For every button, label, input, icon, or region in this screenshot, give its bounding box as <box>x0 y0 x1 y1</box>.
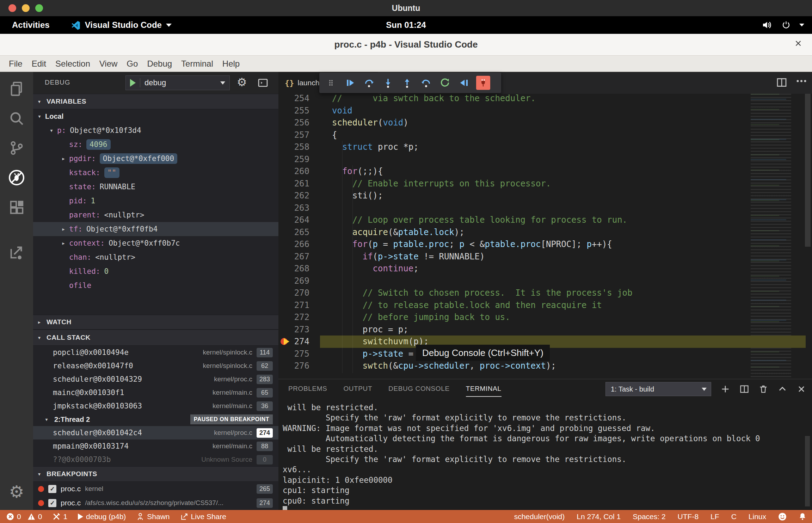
disconnect-button[interactable] <box>475 74 491 91</box>
panel-tab-output[interactable]: OUTPUT <box>343 385 372 393</box>
close-window-button[interactable] <box>8 4 16 12</box>
extensions-icon[interactable] <box>0 192 33 222</box>
panel-tab-debug-console[interactable]: DEBUG CONSOLE <box>388 385 450 393</box>
code-line[interactable]: 265 acquire(&ptable.lock); <box>278 226 812 239</box>
code-line[interactable]: 268 continue; <box>278 263 812 275</box>
step-back-button[interactable] <box>418 74 434 91</box>
watch-section-header[interactable]: ▸ WATCH <box>33 315 278 330</box>
maximize-panel-chevron-icon[interactable] <box>777 384 787 394</box>
drag-handle-icon[interactable] <box>323 74 339 91</box>
variable-row[interactable]: chan:<nullptr> <box>33 250 278 264</box>
status-item[interactable]: C <box>731 512 737 521</box>
liveshare-user[interactable]: Shawn <box>136 512 170 521</box>
variable-row[interactable]: ofile <box>33 278 278 293</box>
variable-row[interactable]: parent:<nullptr> <box>33 208 278 222</box>
panel-tab-terminal[interactable]: TERMINAL <box>466 385 502 393</box>
breakpoint-item[interactable]: ✓proc.c/afs/cs.wisc.edu/u/s/z/szhong/pri… <box>33 496 278 510</box>
debug-status[interactable]: debug (p4b) <box>78 512 126 521</box>
editor-scrollbar[interactable] <box>805 94 811 247</box>
debug-icon[interactable] <box>0 163 33 192</box>
thread-row[interactable]: ▾2:Thread 2PAUSED ON BREAKPOINT <box>33 413 278 426</box>
minimize-window-button[interactable] <box>22 4 30 12</box>
status-item[interactable]: Linux <box>749 512 766 521</box>
code-line[interactable]: 272 // before jumping back to us. <box>278 311 812 324</box>
start-debug-icon[interactable] <box>130 79 136 87</box>
stack-frame[interactable]: ??@0x0000703bUnknown Source0 <box>33 453 278 466</box>
code-line[interactable]: 262 sti(); <box>278 190 812 202</box>
variable-row[interactable]: ▸context:Object@*0xff0b7c <box>33 236 278 250</box>
variable-row[interactable]: pid:1 <box>33 194 278 208</box>
terminal-dropdown[interactable]: 1: Task - build <box>605 382 711 396</box>
step-over-button[interactable] <box>361 74 377 91</box>
breakpoint-checkbox[interactable]: ✓ <box>48 485 56 493</box>
variable-row[interactable]: kstack:"" <box>33 166 278 180</box>
zoom-window-button[interactable] <box>35 4 43 12</box>
stack-frame[interactable]: popcli@0x0010494ekernel/spinlock.c114 <box>33 346 278 359</box>
code-line[interactable]: 257{ <box>278 129 812 141</box>
variable-row[interactable]: killed:0 <box>33 264 278 278</box>
close-panel-icon[interactable] <box>796 384 806 394</box>
problems-status[interactable]: 0 0 <box>6 512 42 521</box>
stack-frame[interactable]: mainc@0x001030f1kernel/main.c65 <box>33 386 278 399</box>
variable-row[interactable]: ▸tf:Object@*0xff0fb4 <box>33 222 278 236</box>
restart-button[interactable] <box>437 74 453 91</box>
new-terminal-icon[interactable] <box>720 384 730 394</box>
configure-gear-icon[interactable]: ⚙ <box>237 75 247 89</box>
code-line[interactable]: 276 swtch(&cpu->scheduler, proc->context… <box>278 360 812 372</box>
variables-section-header[interactable]: ▾ VARIABLES <box>33 94 278 109</box>
variable-row[interactable]: ▾Local <box>33 109 278 123</box>
terminal-output[interactable]: will be restricted. Specify the 'raw' fo… <box>283 402 804 510</box>
live-share-icon[interactable] <box>0 238 33 268</box>
code-line[interactable]: 263 <box>278 202 812 214</box>
menu-terminal[interactable]: Terminal <box>177 59 218 69</box>
breakpoints-section-header[interactable]: ▾ BREAKPOINTS <box>33 466 278 482</box>
code-line[interactable]: 264 // Loop over process table looking f… <box>278 214 812 226</box>
menu-selection[interactable]: Selection <box>51 59 95 69</box>
breakpoint-checkbox[interactable]: ✓ <box>48 499 56 507</box>
code-line[interactable]: 260 for(;;){ <box>278 165 812 178</box>
code-line[interactable]: 271 // to release ptable.lock and then r… <box>278 299 812 312</box>
status-item[interactable]: Spaces: 2 <box>633 512 665 521</box>
debug-config-dropdown[interactable]: debug <box>125 75 230 90</box>
open-debug-console-icon[interactable] <box>257 77 269 88</box>
tasks-status[interactable]: 1 <box>53 512 67 521</box>
menu-edit[interactable]: Edit <box>27 59 51 69</box>
menu-debug[interactable]: Debug <box>142 59 177 69</box>
variable-row[interactable]: ▾p:Object@*0x10f3d4 <box>33 123 278 137</box>
menu-help[interactable]: Help <box>218 59 244 69</box>
breakpoint-item[interactable]: ✓proc.ckernel265 <box>33 482 278 496</box>
stack-frame[interactable]: scheduler@0x00104329kernel/proc.c283 <box>33 373 278 386</box>
panel-scrollbar[interactable] <box>805 436 810 506</box>
menu-view[interactable]: View <box>95 59 122 69</box>
code-line[interactable]: 261 // Enable interrupts on this process… <box>278 178 812 190</box>
stack-frame[interactable]: jmpkstack@0x00103063kernel/main.c36 <box>33 399 278 413</box>
stack-frame[interactable]: scheduler@0x001042c4kernel/proc.c274 <box>33 426 278 439</box>
stack-frame[interactable]: mpmain@0x00103174kernel/main.c88 <box>33 439 278 453</box>
code-line[interactable]: 269 <box>278 275 812 287</box>
stack-frame[interactable]: release@0x001047f0kernel/spinlock.c62 <box>33 359 278 373</box>
split-terminal-icon[interactable] <box>739 384 749 394</box>
code-line[interactable]: 254// via swtch back to the scheduler. <box>278 94 812 105</box>
step-out-button[interactable] <box>399 74 415 91</box>
code-line[interactable]: 266 for(p = ptable.proc; p < &ptable.pro… <box>278 238 812 251</box>
status-item[interactable]: LF <box>710 512 719 521</box>
code-line[interactable]: 259 <box>278 153 812 166</box>
status-item[interactable]: UTF-8 <box>678 512 699 521</box>
source-control-icon[interactable] <box>0 133 33 163</box>
status-item[interactable]: scheduler(void) <box>514 512 565 521</box>
split-editor-icon[interactable] <box>776 77 787 88</box>
more-actions-icon[interactable] <box>795 75 808 87</box>
search-icon[interactable] <box>0 104 33 133</box>
code-line[interactable]: 273 proc = p; <box>278 324 812 336</box>
explorer-icon[interactable] <box>0 74 33 104</box>
code-line[interactable]: 270 // Switch to chosen process. It is t… <box>278 287 812 299</box>
step-into-button[interactable] <box>380 74 396 91</box>
variable-row[interactable]: ▸pgdir:Object@*0xfef000 <box>33 152 278 166</box>
status-item[interactable]: Ln 274, Col 1 <box>577 512 621 521</box>
menu-go[interactable]: Go <box>122 59 142 69</box>
notifications-bell-icon[interactable] <box>799 512 806 521</box>
close-icon[interactable] <box>794 39 803 48</box>
panel-tab-problems[interactable]: PROBLEMS <box>288 385 327 393</box>
reverse-continue-button[interactable] <box>456 74 472 91</box>
code-line[interactable]: 267 if(p->state != RUNNABLE) <box>278 251 812 263</box>
